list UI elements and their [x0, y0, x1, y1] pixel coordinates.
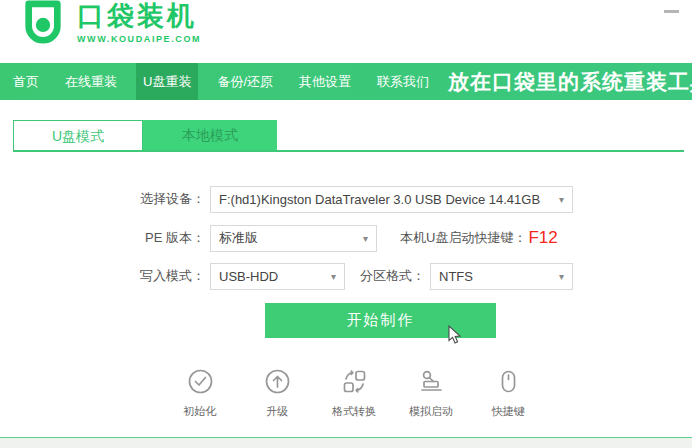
pe-version-select[interactable]: 标准版 ▾ — [210, 225, 377, 252]
chevron-down-icon: ▾ — [363, 233, 368, 244]
arrow-up-circle-icon — [264, 368, 291, 399]
app-window: 口袋装机 WWW.KOUDAIPE.COM 首页 在线重装 U盘重装 备份/还原… — [0, 0, 692, 448]
shield-logo-icon — [22, 0, 64, 52]
tool-hotkeys[interactable]: 快捷键 — [479, 368, 537, 419]
tab-usb-mode[interactable]: U盘模式 — [13, 120, 143, 152]
boot-hotkey-label: 本机U盘启动快捷键： — [400, 229, 526, 247]
nav-item-contact-us[interactable]: 联系我们 — [370, 63, 436, 100]
partition-format-select-value: NTFS — [439, 269, 553, 284]
tool-upgrade[interactable]: 升级 — [248, 368, 306, 419]
pe-version-row: PE 版本： 标准版 ▾ 本机U盘启动快捷键： F12 — [135, 224, 558, 252]
tool-label: 初始化 — [184, 404, 217, 419]
device-row: 选择设备： F:(hd1)Kingston DataTraveler 3.0 U… — [135, 185, 573, 213]
footer-toolbar: 初始化 升级 格式转换 — [16, 368, 692, 419]
write-mode-select[interactable]: USB-HDD ▾ — [210, 263, 345, 290]
format-convert-icon — [341, 368, 368, 399]
partition-format-label: 分区格式： — [360, 267, 425, 285]
nav-item-usb-reinstall[interactable]: U盘重装 — [136, 63, 198, 100]
minimize-icon[interactable] — [664, 10, 679, 13]
tool-label: 模拟启动 — [409, 404, 453, 419]
write-mode-row: 写入模式： USB-HDD ▾ 分区格式： NTFS ▾ — [135, 262, 573, 290]
mouse-icon — [495, 368, 522, 399]
nav-slogan: 放在口袋里的系统重装工具 — [448, 68, 692, 96]
chevron-down-icon: ▾ — [559, 194, 564, 205]
nav-item-other-settings[interactable]: 其他设置 — [292, 63, 358, 100]
device-select-value: F:(hd1)Kingston DataTraveler 3.0 USB Dev… — [219, 192, 553, 207]
device-label: 选择设备： — [135, 190, 205, 208]
tab-underline — [13, 150, 684, 152]
app-title: 口袋装机 — [77, 1, 201, 31]
partition-format-select[interactable]: NTFS ▾ — [430, 263, 573, 290]
boot-hotkey-value: F12 — [528, 228, 557, 248]
nav-item-online-reinstall[interactable]: 在线重装 — [58, 63, 124, 100]
nav-item-backup-restore[interactable]: 备份/还原 — [210, 63, 280, 100]
tool-label: 升级 — [266, 404, 288, 419]
tab-local-mode[interactable]: 本地模式 — [143, 120, 277, 152]
chevron-down-icon: ▾ — [331, 271, 336, 282]
pe-version-select-value: 标准版 — [219, 229, 357, 247]
check-circle-icon — [187, 368, 214, 399]
write-mode-label: 写入模式： — [135, 267, 205, 285]
tool-label: 快捷键 — [492, 404, 525, 419]
tool-simulate-boot[interactable]: 模拟启动 — [402, 368, 460, 419]
tool-format-convert[interactable]: 格式转换 — [325, 368, 383, 419]
tool-label: 格式转换 — [332, 404, 376, 419]
chevron-down-icon: ▾ — [559, 271, 564, 282]
main-nav: 首页 在线重装 U盘重装 备份/还原 其他设置 联系我们 放在口袋里的系统重装工… — [0, 63, 692, 100]
pe-version-label: PE 版本： — [135, 229, 205, 247]
bottom-status-bar — [0, 437, 692, 448]
stamp-icon — [418, 368, 445, 399]
start-make-button[interactable]: 开始制作 — [265, 303, 496, 338]
app-logo: 口袋装机 WWW.KOUDAIPE.COM — [22, 0, 201, 52]
nav-item-home[interactable]: 首页 — [6, 63, 46, 100]
mode-tabs: U盘模式 本地模式 — [13, 120, 277, 152]
app-website: WWW.KOUDAIPE.COM — [77, 34, 201, 44]
write-mode-select-value: USB-HDD — [219, 269, 325, 284]
tool-initialize[interactable]: 初始化 — [171, 368, 229, 419]
device-select[interactable]: F:(hd1)Kingston DataTraveler 3.0 USB Dev… — [210, 186, 573, 213]
